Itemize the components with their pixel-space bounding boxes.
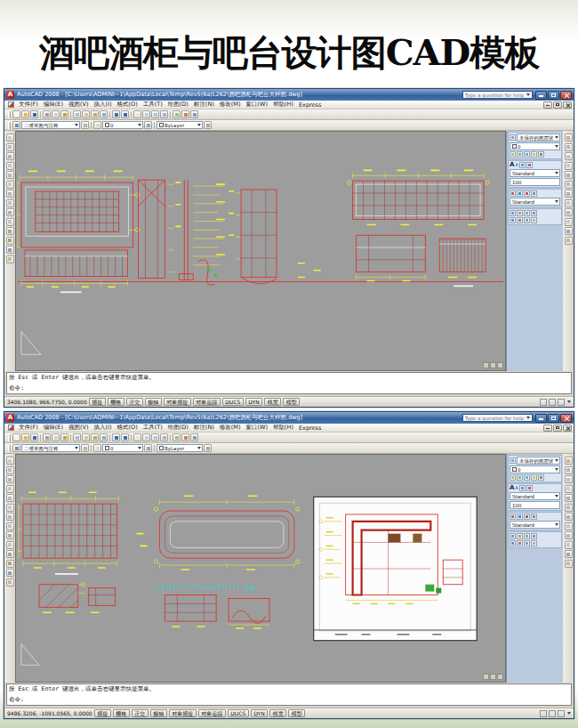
layer-properties-icon[interactable] xyxy=(93,444,101,452)
layer-properties-icon[interactable] xyxy=(93,121,101,129)
previous-layer-icon[interactable] xyxy=(144,121,152,129)
redo-icon[interactable] xyxy=(121,433,129,441)
measure-icon[interactable] xyxy=(510,217,516,223)
layer-lock-icon[interactable] xyxy=(531,474,537,481)
designcenter-icon[interactable] xyxy=(181,110,189,118)
scroll-right-icon[interactable] xyxy=(490,362,496,368)
layer-isolate-icon[interactable] xyxy=(517,151,523,158)
status-tray-icon[interactable] xyxy=(558,399,565,406)
annotation-visibility-icon[interactable] xyxy=(549,710,556,717)
zoom-window-icon[interactable] xyxy=(151,110,159,118)
minimize-button[interactable] xyxy=(535,91,547,100)
otrack-toggle[interactable]: 对象追踪 xyxy=(193,398,221,406)
rotate-tool-icon[interactable] xyxy=(565,513,573,521)
color-dropdown[interactable]: ByLayer xyxy=(157,444,203,452)
menu-file[interactable]: 文件(F) xyxy=(16,101,41,109)
angular-dim-icon[interactable] xyxy=(531,190,537,197)
zoom-realtime-icon[interactable] xyxy=(142,110,150,118)
text-style-dropdown[interactable]: Standard xyxy=(510,169,560,177)
angular-dim-icon[interactable] xyxy=(531,514,537,520)
snap-toggle[interactable]: 捕捉 xyxy=(94,709,111,717)
maximize-button[interactable] xyxy=(548,414,559,423)
line-tool-icon[interactable] xyxy=(6,133,14,142)
osnap-toggle[interactable]: 对象捕捉 xyxy=(169,709,197,717)
arc-tool-icon[interactable] xyxy=(6,181,14,189)
make-block-tool-icon[interactable] xyxy=(6,560,14,568)
toolbar-grip[interactable] xyxy=(8,434,11,441)
drawing-file-icon[interactable] xyxy=(8,101,14,108)
lineweight-toggle[interactable]: 线宽 xyxy=(264,398,281,406)
block-icon[interactable] xyxy=(517,533,523,539)
ellipse-tool-icon[interactable] xyxy=(6,541,14,549)
menu-help[interactable]: 帮助(H) xyxy=(270,101,296,109)
scroll-right-icon[interactable] xyxy=(490,674,496,680)
trim-tool-icon[interactable] xyxy=(565,208,573,216)
resize-grip-icon[interactable] xyxy=(497,362,503,368)
text-height-input[interactable]: 100 xyxy=(510,178,560,186)
insert-block-tool-icon[interactable] xyxy=(6,550,14,558)
cad-drawing-canvas-1[interactable] xyxy=(16,132,505,370)
make-block-tool-icon[interactable] xyxy=(6,237,14,245)
menu-tools[interactable]: 工具(T) xyxy=(140,101,165,109)
cut-icon[interactable] xyxy=(73,433,81,441)
array-tool-icon[interactable] xyxy=(565,171,573,179)
new-file-icon[interactable] xyxy=(12,433,20,441)
attribute-icon[interactable] xyxy=(524,210,530,216)
move-tool-icon[interactable] xyxy=(565,181,573,189)
scroll-left-icon[interactable] xyxy=(483,674,489,680)
linear-dim-icon[interactable] xyxy=(510,514,516,520)
mdi-restore-button[interactable] xyxy=(553,101,562,109)
polar-toggle[interactable]: 极轴 xyxy=(145,398,162,406)
fillet-tool-icon[interactable] xyxy=(565,227,573,235)
otrack-toggle[interactable]: 对象追踪 xyxy=(198,709,226,717)
extend-tool-icon[interactable] xyxy=(565,218,573,226)
layer-states-icon[interactable] xyxy=(510,457,516,464)
polar-toggle[interactable]: 极轴 xyxy=(150,709,167,717)
paste-icon[interactable] xyxy=(91,110,99,118)
measure-icon[interactable] xyxy=(510,540,516,546)
plot-icon[interactable] xyxy=(43,110,51,118)
layer-new-icon[interactable] xyxy=(510,474,516,481)
layer-new-icon[interactable] xyxy=(510,151,516,158)
plot-preview-icon[interactable] xyxy=(52,110,60,118)
tool-palettes-icon[interactable] xyxy=(190,110,198,118)
menu-help[interactable]: 帮助(H) xyxy=(270,424,296,432)
help-search-box[interactable]: Type a question for help xyxy=(462,414,533,422)
color-dropdown[interactable]: ByLayer xyxy=(157,121,203,129)
title-bar[interactable]: A AutoCAD 2008 - [C:\Users\ADMINI~1\AppD… xyxy=(4,89,574,101)
extend-tool-icon[interactable] xyxy=(565,541,573,549)
model-space-canvas-1[interactable] xyxy=(15,131,506,371)
drawing-file-icon[interactable] xyxy=(8,425,14,431)
minimize-button[interactable] xyxy=(535,414,547,423)
new-file-icon[interactable] xyxy=(12,110,20,118)
close-button[interactable] xyxy=(560,414,572,423)
match-properties-icon[interactable] xyxy=(100,433,108,441)
area-icon[interactable] xyxy=(517,540,523,546)
plot-preview-icon[interactable] xyxy=(52,433,60,441)
single-text-icon[interactable] xyxy=(519,162,526,168)
ducs-toggle[interactable]: DUCS xyxy=(228,709,249,717)
spline-tool-icon[interactable] xyxy=(6,208,14,216)
layer-isolate-icon[interactable] xyxy=(517,474,523,481)
open-file-icon[interactable] xyxy=(21,110,29,118)
command-window[interactable]: 按 Esc 或 Enter 键退出，或单击右键显示快捷菜单。 命令: xyxy=(4,371,574,396)
layer-lock-icon[interactable] xyxy=(531,151,537,158)
grid-toggle[interactable]: 栅格 xyxy=(113,709,130,717)
ducs-toggle[interactable]: DUCS xyxy=(222,398,244,406)
xref-icon[interactable] xyxy=(531,210,537,216)
pan-icon[interactable] xyxy=(133,433,141,441)
menu-format[interactable]: 格式(O) xyxy=(115,424,140,432)
linetype-icon[interactable] xyxy=(204,444,212,452)
annotation-scale-icon[interactable] xyxy=(540,399,547,406)
mirror-tool-icon[interactable] xyxy=(565,152,573,160)
erase-tool-icon[interactable] xyxy=(565,457,573,465)
revision-cloud-tool-icon[interactable] xyxy=(6,522,14,530)
menu-express[interactable]: Express xyxy=(296,101,324,109)
dash-layer-dropdown[interactable]: 0 xyxy=(510,465,560,473)
close-button[interactable] xyxy=(560,91,572,100)
rectangle-tool-icon[interactable] xyxy=(6,171,14,179)
aligned-dim-icon[interactable] xyxy=(517,190,523,197)
copy-tool-icon[interactable] xyxy=(565,466,573,474)
menu-insert[interactable]: 插入(I) xyxy=(92,424,115,432)
status-menu-arrow-icon[interactable] xyxy=(567,400,571,403)
